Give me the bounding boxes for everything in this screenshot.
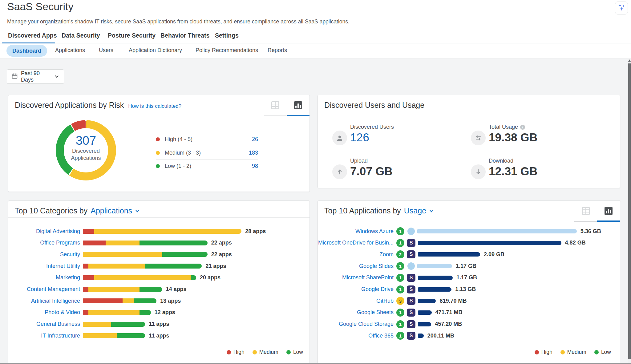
category-label[interactable]: Office Programs xyxy=(8,240,80,246)
segment-medium xyxy=(83,333,117,338)
scroll-up-arrow[interactable] xyxy=(628,59,631,62)
chart-view-icon[interactable] xyxy=(605,207,613,215)
tab-posture-security[interactable]: Posture Security xyxy=(108,32,156,39)
info-icon[interactable]: i xyxy=(520,125,525,130)
application-label[interactable]: Google Slides xyxy=(318,263,394,269)
category-label[interactable]: Content Management xyxy=(8,286,80,293)
risk-legend-row[interactable]: Medium (3 - 3)183 xyxy=(156,146,258,159)
application-label[interactable]: Microsoft OneDrive for Busin... xyxy=(318,240,394,246)
risk-score-badge: 1 xyxy=(396,239,404,247)
segment-medium xyxy=(106,241,140,245)
subnav-policy-recommendations[interactable]: Policy Recommendations xyxy=(196,47,258,54)
category-label[interactable]: Artificial Intelligence xyxy=(8,298,80,304)
usage-bar xyxy=(418,276,453,280)
application-row: Google Sheets1S471.71 MB xyxy=(318,309,463,317)
application-label[interactable]: Zoom xyxy=(318,251,394,258)
legend-label: Medium xyxy=(259,349,278,355)
panel-top10-applications: Top 10 Applications by Usage Windows Azu… xyxy=(318,200,621,364)
categories-metric-selector[interactable]: Applications xyxy=(91,206,140,215)
risk-score-badge: 1 xyxy=(396,309,404,317)
vertical-scrollbar[interactable] xyxy=(628,59,631,364)
legend-item-low: Low xyxy=(594,349,611,355)
risk-legend-value[interactable]: 26 xyxy=(252,136,258,143)
risk-donut-chart: 307 Discovered Applications xyxy=(56,120,116,180)
application-label[interactable]: GitHub xyxy=(318,298,394,304)
legend-label: Low xyxy=(293,349,303,355)
page-title: SaaS Security xyxy=(7,1,73,13)
tab-data-security[interactable]: Data Security xyxy=(62,32,100,39)
scrollbar-thumb[interactable] xyxy=(628,63,631,359)
subnav-users[interactable]: Users xyxy=(99,47,113,54)
risk-score-badge: 1 xyxy=(396,262,404,270)
segment-medium xyxy=(88,264,145,269)
risk-legend-label: Medium (3 - 3) xyxy=(165,150,249,156)
category-stacked-bar xyxy=(83,298,156,303)
category-label[interactable]: Internet Utility xyxy=(8,263,80,269)
segment-medium xyxy=(94,229,241,234)
risk-legend-row[interactable]: Low (1 - 2)98 xyxy=(156,159,258,172)
subnav-application-dictionary[interactable]: Application Dictionary xyxy=(129,47,182,54)
table-view-icon[interactable] xyxy=(271,101,279,109)
table-view-icon[interactable] xyxy=(582,207,590,215)
category-row: Artificial Intelligence13 apps xyxy=(8,297,181,305)
sanctioned-badge: S xyxy=(407,332,415,340)
subnav-reports[interactable]: Reports xyxy=(268,47,287,54)
category-value: 22 apps xyxy=(211,240,232,246)
legend-label: Medium xyxy=(567,349,586,355)
toggle-active-indicator xyxy=(287,115,309,116)
medium-dot xyxy=(253,350,257,354)
risk-score-badge: 1 xyxy=(396,285,404,293)
category-label[interactable]: Security xyxy=(8,251,80,258)
chevron-down-icon xyxy=(135,208,140,214)
segment-medium xyxy=(88,310,140,315)
tab-discovered-apps[interactable]: Discovered Apps xyxy=(8,32,57,39)
application-label[interactable]: Google Cloud Storage xyxy=(318,321,394,327)
risk-score-badge: 1 xyxy=(396,274,404,282)
usage-value: 619.70 MB xyxy=(439,298,467,304)
application-label[interactable]: Windows Azure xyxy=(318,228,394,235)
risk-score-badge: 1 xyxy=(396,332,404,340)
subnav-dashboard[interactable]: Dashboard xyxy=(6,45,47,57)
date-range-dropdown[interactable]: Past 90 Days xyxy=(7,69,64,84)
arrow-up-icon xyxy=(332,164,347,179)
category-label[interactable]: IT Infrastructure xyxy=(8,333,80,339)
chart-view-icon[interactable] xyxy=(294,101,302,109)
application-row: Microsoft SharePoint1S1.17 GB xyxy=(318,274,477,282)
metric-label: Total Usagei xyxy=(489,124,525,130)
risk-score-badge: 3 xyxy=(396,297,404,305)
risk-legend-value[interactable]: 183 xyxy=(249,150,258,156)
application-row: Office 3651S200.11 MB xyxy=(318,332,454,340)
metric-label: Discovered Users xyxy=(350,124,394,130)
usage-value: 1.17 GB xyxy=(456,274,477,281)
unsanctioned-dot-icon xyxy=(407,228,415,235)
application-label[interactable]: Office 365 xyxy=(318,333,394,339)
toggle-track xyxy=(264,115,287,116)
low-dot xyxy=(156,164,160,168)
category-label[interactable]: Marketing xyxy=(8,274,80,281)
application-label[interactable]: Google Drive xyxy=(318,286,394,293)
risk-legend-value[interactable]: 98 xyxy=(252,163,258,169)
main-tabs: Discovered AppsData SecurityPosture Secu… xyxy=(0,30,631,43)
category-label[interactable]: Photo & Video xyxy=(8,309,80,316)
tab-settings[interactable]: Settings xyxy=(215,32,239,39)
application-label[interactable]: Microsoft SharePoint xyxy=(318,274,394,281)
category-stacked-bar xyxy=(83,310,151,315)
application-label[interactable]: Google Sheets xyxy=(318,309,394,316)
metric-label: Download xyxy=(489,158,513,164)
chevron-down-icon xyxy=(429,208,434,214)
subnav-applications[interactable]: Applications xyxy=(55,47,85,54)
how-calculated-link[interactable]: How is this calculated? xyxy=(128,103,181,109)
category-row: Marketing20 apps xyxy=(8,274,220,282)
ai-assistant-button[interactable] xyxy=(615,2,628,14)
tab-behavior-threats[interactable]: Behavior Threats xyxy=(160,32,209,39)
category-value: 22 apps xyxy=(211,251,232,258)
application-row: Google Slides11.17 GB xyxy=(318,262,476,270)
segment-low xyxy=(140,241,208,245)
risk-legend-row[interactable]: High (4 - 5)26 xyxy=(156,133,258,146)
apps-metric-selector[interactable]: Usage xyxy=(404,206,434,215)
sanctioned-badge: S xyxy=(407,285,415,293)
metric-label: Upload xyxy=(350,158,368,164)
category-label[interactable]: General Business xyxy=(8,321,80,327)
page-subtitle: Manage your organization's shadow IT ris… xyxy=(7,18,350,25)
category-label[interactable]: Digital Advertising xyxy=(8,228,80,235)
